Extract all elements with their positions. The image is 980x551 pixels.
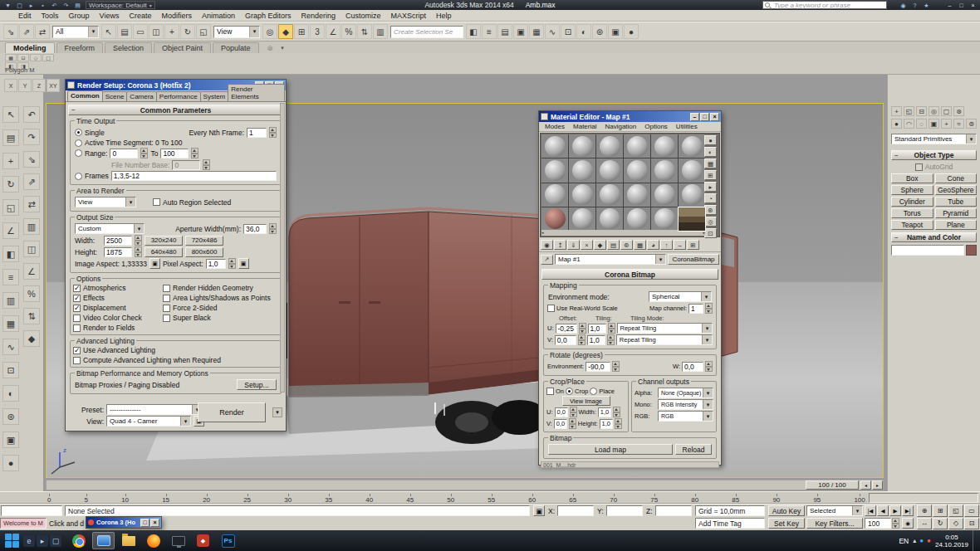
ribbon-tab-modeling[interactable]: Modeling <box>5 42 55 53</box>
select-and-link-icon[interactable]: ⇘ <box>23 151 40 168</box>
show-desktop-button[interactable] <box>973 530 978 551</box>
minimize-icon[interactable]: – <box>944 1 955 10</box>
select-and-rotate-icon[interactable]: ↻ <box>2 176 19 193</box>
zoom-icon[interactable]: ⊕ <box>917 505 932 517</box>
unlink-icon[interactable]: ⇗ <box>23 173 40 190</box>
scroll-left-icon[interactable]: ◂ <box>541 230 544 236</box>
create-cylinder-button[interactable]: Cylinder <box>891 197 933 207</box>
material-menu-utilities[interactable]: Utilities <box>672 123 702 130</box>
time-slider-track[interactable]: 100 / 100 ◂ ▸ <box>46 480 884 490</box>
select-and-link-icon[interactable]: ⇘ <box>3 24 18 39</box>
render-icon[interactable]: ● <box>2 455 19 471</box>
snaps-toggle-icon[interactable]: 3 <box>310 24 325 39</box>
spinner[interactable] <box>705 303 713 314</box>
spinner-snap-toggle-icon[interactable]: ⇅ <box>357 24 372 39</box>
taskbar-button-folder-icon[interactable] <box>117 532 140 549</box>
language-indicator[interactable]: EN <box>899 537 909 545</box>
menu-graph-editors[interactable]: Graph Editors <box>240 12 296 20</box>
orbit-icon[interactable]: ↻ <box>933 518 948 530</box>
use-real-world-scale-checkbox[interactable] <box>547 305 555 312</box>
key-filters-button[interactable]: Key Filters... <box>806 518 863 529</box>
project-folder-icon[interactable]: ▤ <box>72 1 83 10</box>
spinner[interactable] <box>269 223 277 234</box>
preset-800x600-button[interactable]: 800x600 <box>185 247 223 257</box>
checkbox-area-lights-shadows-as-points[interactable] <box>163 295 170 302</box>
snaps-toggle-icon[interactable]: ∠ <box>2 222 19 239</box>
u-tiling-field[interactable]: 1,0 <box>588 324 606 334</box>
material-sample-slot[interactable] <box>569 158 595 182</box>
select-object-icon[interactable]: ↖ <box>2 106 19 123</box>
material-sample-slot[interactable] <box>569 183 595 207</box>
v-tiling-mode-dropdown[interactable]: Repeat Tiling <box>616 334 713 345</box>
select-and-scale-icon[interactable]: ◱ <box>2 199 19 216</box>
material-menu-navigation[interactable]: Navigation <box>600 123 640 130</box>
crop-u-field[interactable]: 0,0 <box>555 407 568 417</box>
taskbar-button-firefox-icon[interactable] <box>142 532 164 549</box>
search-input[interactable]: Type a keyword or phrase <box>762 1 887 9</box>
place-radio[interactable] <box>590 388 597 395</box>
reset-map-icon[interactable]: × <box>581 240 593 250</box>
border-mode-icon[interactable]: ▢ <box>42 54 54 61</box>
material-sample-slot[interactable] <box>624 183 650 207</box>
menu-maxscript[interactable]: MAXScript <box>386 12 432 20</box>
redo-icon[interactable]: ↷ <box>23 129 40 145</box>
vertex-mode-icon[interactable]: ⊡ <box>17 54 29 61</box>
mono-output-dropdown[interactable]: RGB Intensity <box>658 399 713 410</box>
motion-tab-icon[interactable]: ◎ <box>929 106 939 116</box>
material-sample-slot[interactable] <box>679 134 705 158</box>
alpha-output-dropdown[interactable]: None (Opaque) <box>658 388 713 398</box>
checkbox-super-black[interactable] <box>163 315 170 322</box>
corona-bitmap-rollout[interactable]: Corona Bitmap <box>541 269 718 280</box>
render-setup-tab-system[interactable]: System <box>200 91 229 101</box>
primitive-category-dropdown[interactable]: Standard Primitives <box>891 134 977 144</box>
material-editor-icon[interactable]: ◐ <box>576 24 591 39</box>
checkbox-use-advanced-lighting[interactable] <box>73 347 81 354</box>
spinner[interactable] <box>135 246 142 257</box>
maximize-icon[interactable]: □ <box>956 1 967 10</box>
create-pyramid-button[interactable]: Pyramid <box>935 208 978 218</box>
select-and-scale-icon[interactable]: ◱ <box>196 24 211 39</box>
checkbox-effects[interactable] <box>73 295 81 302</box>
get-material-icon[interactable]: ◉ <box>541 240 553 250</box>
ribbon-panel-label[interactable]: Polygon M <box>5 66 76 74</box>
object-name-input[interactable] <box>891 245 964 256</box>
window-crossing-toggle-icon[interactable]: ◫ <box>149 24 164 39</box>
render-button[interactable]: Render <box>198 402 266 422</box>
checkbox-atmospherics[interactable] <box>73 285 81 292</box>
ribbon-minimize-icon[interactable]: ▾ <box>277 43 288 52</box>
ie-icon[interactable]: e <box>23 535 35 547</box>
favorites-icon[interactable]: ★ <box>921 1 932 10</box>
menu-modifiers[interactable]: Modifiers <box>156 12 197 20</box>
create-torus-button[interactable]: Torus <box>891 208 933 218</box>
unlink-selection-icon[interactable]: ⇗ <box>19 24 34 39</box>
geometry-icon[interactable]: ● <box>891 119 902 129</box>
load-map-button[interactable]: Load map <box>548 444 673 455</box>
render-production-icon[interactable]: ● <box>624 24 639 39</box>
spinner[interactable] <box>269 127 277 138</box>
track-bar[interactable]: 0510152025303540455055606570758085909510… <box>0 491 980 504</box>
save-file-icon[interactable]: ▪ <box>37 1 48 10</box>
time-slider-handle[interactable]: 100 / 100 <box>806 480 859 490</box>
every-nth-frame-field[interactable]: 1 <box>247 128 267 138</box>
maxscript-listener-output[interactable] <box>1 505 62 516</box>
spinner[interactable] <box>135 235 142 246</box>
material-sample-slot[interactable] <box>624 134 650 158</box>
map-channel-field[interactable]: 1 <box>688 304 703 314</box>
taskbar-button-explorer-icon[interactable] <box>92 532 115 549</box>
preset-720x486-button[interactable]: 720x486 <box>185 236 223 246</box>
make-unique-icon[interactable]: ◆ <box>594 240 606 250</box>
start-button[interactable] <box>2 533 21 549</box>
spinner[interactable] <box>579 323 586 334</box>
previous-frame-icon[interactable]: ◀ <box>877 505 889 516</box>
v-offset-field[interactable]: 0,0 <box>555 335 576 345</box>
select-object-icon[interactable]: ↖ <box>101 24 116 39</box>
backlight-icon[interactable]: ◐ <box>704 147 717 157</box>
create-teapot-button[interactable]: Teapot <box>891 220 933 230</box>
use-pivot-point-center-icon[interactable]: ◎ <box>262 24 277 39</box>
material-editor-icon[interactable]: ◐ <box>2 385 19 402</box>
frame-spinner[interactable] <box>892 518 899 529</box>
zoom-region-icon[interactable]: ▭ <box>964 505 979 517</box>
close-icon[interactable]: × <box>150 519 159 527</box>
map-type-button[interactable]: CoronaBitmap <box>668 254 719 265</box>
display-tab-icon[interactable]: ▢ <box>941 106 952 116</box>
